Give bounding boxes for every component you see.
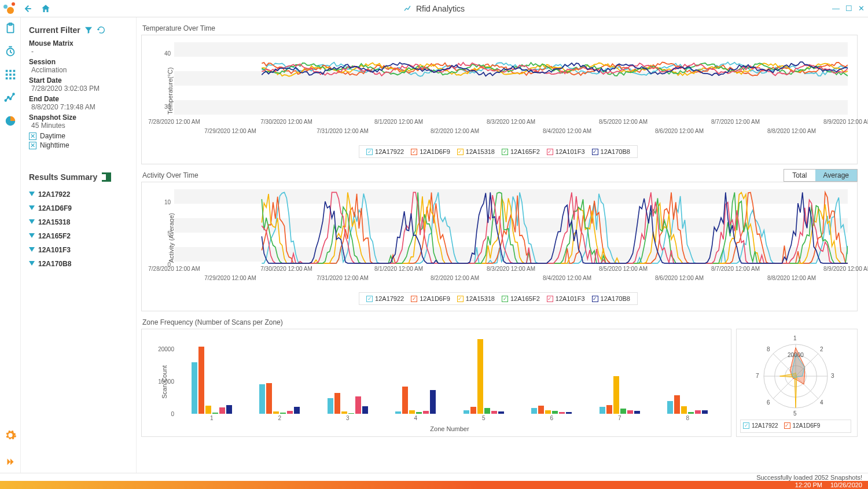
end-date-value: 8/8/2020 7:19:48 AM: [29, 103, 130, 111]
daytime-checkbox[interactable]: ✕: [29, 133, 36, 140]
results-list: 12A1792212A1D6F912A1531812A165F212A101F3…: [29, 187, 130, 271]
back-button[interactable]: [20, 1, 35, 16]
results-item[interactable]: 12A165F2: [29, 229, 130, 243]
app-logo-icon: [3, 2, 16, 15]
status-message: Successfully loaded 2052 Snapshots!: [756, 474, 862, 481]
nav-trend-icon[interactable]: [3, 90, 18, 105]
activity-metric-toggle: Total Average: [784, 169, 858, 182]
activity-chart-title: Activity Over Time: [142, 171, 858, 179]
results-item[interactable]: 12A15318: [29, 215, 130, 229]
svg-line-24: [773, 376, 796, 399]
footer-bar: 12:20 PM 10/26/2020: [0, 481, 868, 489]
legend-item[interactable]: 12A17922: [366, 295, 404, 302]
legend-item[interactable]: 12A17922: [366, 148, 404, 155]
svg-point-13: [7, 97, 9, 98]
footer-time: 12:20 PM: [795, 481, 822, 488]
session-label: Session: [29, 58, 130, 66]
current-filter-heading: Current Filter: [29, 25, 80, 35]
legend-item[interactable]: 12A170B8: [592, 295, 630, 302]
svg-point-12: [5, 100, 6, 101]
zone-chart-title: Zone Frequency (Number of Scans per Zone…: [142, 318, 858, 326]
start-date-value: 7/28/2020 3:02:03 PM: [29, 84, 130, 93]
refresh-icon[interactable]: [97, 25, 106, 35]
svg-rect-3: [5, 70, 8, 72]
main-content: Temperature Over Time Temperature(°C) 30…: [137, 17, 868, 473]
svg-rect-7: [9, 73, 12, 76]
temperature-chart: Temperature(°C) 3040 7/28/2020 12:00 AM7…: [141, 35, 858, 164]
legend-item[interactable]: 12A1D6F9: [411, 148, 450, 155]
nighttime-label: Nighttime: [40, 141, 69, 149]
snapshot-size-value: 45 Minutes: [29, 122, 130, 130]
nav-piechart-icon[interactable]: [3, 113, 18, 128]
filter-icon[interactable]: [84, 25, 93, 35]
status-bar: Successfully loaded 2052 Snapshots!: [0, 473, 868, 481]
legend-item[interactable]: 12A15318: [457, 295, 495, 302]
session-value: Acclimation: [29, 66, 130, 74]
zone-bar-chart: Scan Count 01000020000 Zone Number123456…: [141, 329, 731, 437]
zone-xlabel: Zone Number: [430, 425, 469, 432]
results-summary-heading: Results Summary: [29, 172, 97, 182]
window-close-button[interactable]: ✕: [858, 4, 865, 13]
expand-rail-button[interactable]: [3, 454, 18, 469]
toggle-total[interactable]: Total: [784, 170, 815, 181]
activity-legend: 12A1792212A1D6F912A1531812A165F212A101F3…: [359, 292, 638, 305]
svg-rect-10: [9, 78, 12, 80]
svg-rect-9: [5, 78, 8, 80]
svg-point-14: [9, 98, 11, 100]
toggle-average[interactable]: Average: [815, 170, 857, 181]
results-item[interactable]: 12A170B8: [29, 257, 130, 271]
home-button[interactable]: [38, 1, 53, 16]
snapshot-size-label: Snapshot Size: [29, 113, 130, 122]
footer-date: 10/26/2020: [830, 481, 862, 488]
start-date-label: Start Date: [29, 76, 130, 84]
svg-rect-5: [13, 70, 15, 72]
results-item[interactable]: 12A101F3: [29, 243, 130, 257]
settings-button[interactable]: [3, 428, 18, 443]
daytime-label: Daytime: [40, 132, 65, 140]
svg-rect-11: [13, 78, 15, 80]
mouse-matrix-label: Mouse Matrix: [29, 39, 130, 47]
analytics-icon: [403, 4, 413, 13]
nav-timer-icon[interactable]: [3, 44, 18, 59]
window-minimize-button[interactable]: —: [832, 4, 840, 13]
legend-item[interactable]: 12A15318: [457, 148, 495, 155]
legend-item[interactable]: 12A165F2: [502, 295, 540, 302]
legend-item[interactable]: 12A101F3: [547, 148, 585, 155]
svg-rect-8: [13, 73, 15, 76]
activity-chart: Activity (Average) 0510 7/28/2020 12:00 …: [141, 182, 858, 311]
nighttime-checkbox[interactable]: ✕: [29, 142, 36, 149]
legend-item[interactable]: 12A101F3: [547, 295, 585, 302]
end-date-label: End Date: [29, 95, 130, 103]
legend-item[interactable]: 12A170B8: [592, 148, 630, 155]
page-title: Rfid Analytics: [416, 4, 465, 13]
legend-item[interactable]: 12A165F2: [502, 148, 540, 155]
radar-legend: 12A1792212A1D6F9: [740, 420, 851, 433]
nav-grid-icon[interactable]: [3, 67, 18, 82]
temperature-legend: 12A1792212A1D6F912A1531812A165F212A101F3…: [359, 145, 638, 158]
temperature-chart-title: Temperature Over Time: [142, 24, 858, 32]
results-item[interactable]: 12A1D6F9: [29, 201, 130, 215]
legend-item[interactable]: 12A1D6F9: [411, 295, 450, 302]
window-maximize-button[interactable]: ☐: [845, 4, 852, 13]
nav-clipboard-icon[interactable]: [3, 21, 18, 36]
sidebar: Current Filter Mouse Matrix- SessionAccl…: [21, 17, 137, 473]
export-excel-icon[interactable]: [102, 172, 111, 182]
nav-rail: [0, 17, 21, 473]
svg-point-15: [13, 93, 14, 95]
svg-rect-4: [9, 70, 12, 72]
results-item[interactable]: 12A17922: [29, 187, 130, 201]
title-bar: Rfid Analytics — ☐ ✕: [0, 0, 868, 17]
zone-radar-chart: 1234567820000 12A1792212A1D6F9: [736, 329, 858, 437]
svg-rect-6: [5, 73, 8, 76]
